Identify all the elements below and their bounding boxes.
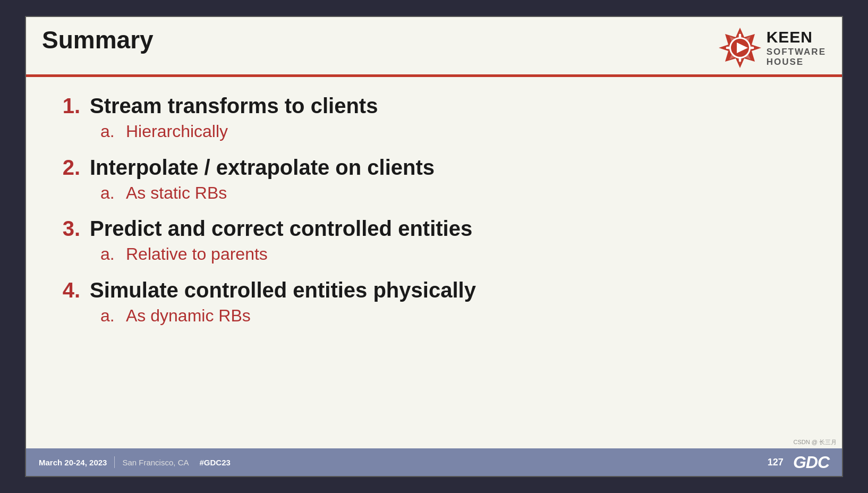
footer-right: 127 GDC — [768, 453, 829, 472]
watermark: CSDN @ 长三月 — [794, 438, 837, 446]
sub-item-text: As dynamic RBs — [126, 305, 251, 327]
sub-item: As dynamic RBs — [100, 305, 810, 327]
main-item-text: Predict and correct controlled entities — [90, 216, 472, 241]
footer-divider — [114, 456, 115, 468]
logo-house: HOUSE — [767, 57, 826, 67]
main-item-text: Simulate controlled entities physically — [90, 277, 476, 303]
main-item-text: Interpolate / extrapolate on clients — [90, 155, 435, 180]
sub-list: Hierarchically — [100, 121, 810, 143]
sub-list: Relative to parents — [100, 243, 810, 266]
footer-left: March 20-24, 2023 San Francisco, CA #GDC… — [39, 456, 231, 468]
sub-item: As static RBs — [100, 182, 810, 205]
footer-location: San Francisco, CA — [122, 458, 189, 467]
main-item-label: Predict and correct controlled entities — [58, 216, 810, 241]
footer-brand: GDC — [793, 453, 829, 472]
sub-item: Relative to parents — [100, 243, 810, 266]
slide-content: Stream transforms to clients Hierarchica… — [26, 77, 842, 448]
sub-item-text: Hierarchically — [126, 121, 228, 143]
list-item: Stream transforms to clients Hierarchica… — [58, 93, 810, 143]
sub-item-text: Relative to parents — [126, 243, 268, 266]
footer-hashtag: #GDC23 — [199, 458, 230, 467]
logo-text: KEEN SOFTWARE HOUSE — [767, 28, 826, 67]
logo-area: KEEN SOFTWARE HOUSE — [719, 27, 826, 69]
sub-item-text: As static RBs — [126, 182, 227, 205]
list-item: Predict and correct controlled entities … — [58, 216, 810, 266]
sub-list: As dynamic RBs — [100, 305, 810, 327]
sub-list: As static RBs — [100, 182, 810, 205]
main-item-label: Interpolate / extrapolate on clients — [58, 155, 810, 180]
slide-title: Summary — [42, 27, 154, 54]
logo-keen: KEEN — [767, 28, 826, 47]
list-item: Simulate controlled entities physically … — [58, 277, 810, 327]
slide-container: Summary KEEN SOFTWARE — [25, 16, 843, 477]
main-list: Stream transforms to clients Hierarchica… — [58, 93, 810, 327]
slide-header: Summary KEEN SOFTWARE — [26, 17, 842, 69]
footer-page: 127 — [768, 457, 784, 468]
logo-software: SOFTWARE — [767, 47, 826, 57]
list-item: Interpolate / extrapolate on clients As … — [58, 155, 810, 205]
keen-logo-emblem — [719, 27, 761, 69]
main-item-label: Stream transforms to clients — [58, 93, 810, 118]
main-item-label: Simulate controlled entities physically — [58, 277, 810, 303]
footer-dates: March 20-24, 2023 — [39, 458, 107, 467]
main-item-text: Stream transforms to clients — [90, 93, 378, 118]
slide-footer: March 20-24, 2023 San Francisco, CA #GDC… — [26, 448, 842, 476]
sub-item: Hierarchically — [100, 121, 810, 143]
